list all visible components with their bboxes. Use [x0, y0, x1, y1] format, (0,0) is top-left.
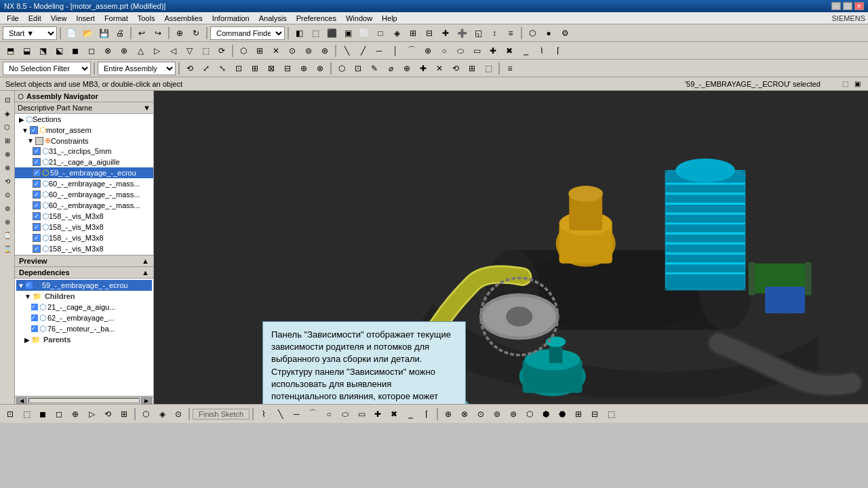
sidebar-icon-6[interactable]: ⊗ [1, 161, 14, 174]
open-btn[interactable]: 📂 [80, 26, 95, 41]
menu-insert[interactable]: Insert [72, 14, 99, 23]
tree-vis-4[interactable]: ✓ ⬡ 158_-_vis_M3x8 [15, 243, 153, 254]
tb2-btn-12[interactable]: ▽ [182, 43, 197, 58]
menu-view[interactable]: View [47, 14, 71, 23]
child1-checkbox[interactable]: ✓ [31, 304, 38, 310]
bot-btn-2[interactable]: ⬚ [19, 407, 34, 422]
menu-preferences[interactable]: Preferences [292, 14, 340, 23]
child3-checkbox[interactable]: ✓ [31, 325, 38, 332]
sidebar-icon-12[interactable]: ⌛ [1, 243, 14, 255]
deps-hscroll-track[interactable] [28, 398, 140, 403]
tb2-btn-34[interactable]: ⌈ [551, 43, 566, 58]
bot-btn-10[interactable]: ◈ [155, 407, 170, 422]
menu-tools[interactable]: Tools [134, 14, 159, 23]
filter-btn-19[interactable]: ⬚ [481, 61, 496, 76]
filter-btn-14[interactable]: ⊕ [399, 61, 414, 76]
tb2-btn-16[interactable]: ⊞ [252, 43, 267, 58]
move-btn[interactable]: ↕ [487, 26, 502, 41]
vis3-checkbox[interactable]: ✓ [33, 234, 41, 242]
sidebar-icon-5[interactable]: ⊕ [1, 148, 14, 160]
tree-part-1[interactable]: ✓ ⬡ 31_-_circlips_5mm [15, 146, 153, 157]
tb2-btn-24[interactable]: │ [388, 43, 403, 58]
bot-btn-11[interactable]: ⊙ [171, 407, 186, 422]
filter-btn-15[interactable]: ✚ [416, 61, 431, 76]
bot-btn-14[interactable]: ─ [289, 407, 304, 422]
filter-btn-10[interactable]: ⬡ [334, 61, 349, 76]
sidebar-icon-11[interactable]: ⌚ [1, 229, 14, 241]
minimize-button[interactable]: − [831, 2, 841, 10]
part1-checkbox[interactable]: ✓ [33, 147, 41, 155]
view-btn-3[interactable]: ⬛ [324, 26, 339, 41]
tb2-btn-8[interactable]: ⊕ [117, 43, 132, 58]
menu-edit[interactable]: Edit [24, 14, 45, 23]
view-btn-5[interactable]: ⬜ [357, 26, 372, 41]
filter-btn-2[interactable]: ⤢ [199, 61, 214, 76]
filter-btn-7[interactable]: ⊟ [280, 61, 295, 76]
sidebar-icon-10[interactable]: ⊛ [1, 216, 14, 228]
view-btn-8[interactable]: ⊞ [406, 26, 420, 41]
view-btn-10[interactable]: ✚ [438, 26, 453, 41]
tb2-btn-3[interactable]: ⬔ [35, 43, 50, 58]
rotate-btn[interactable]: ↻ [189, 26, 203, 41]
bot-btn-30[interactable]: ⬣ [555, 407, 570, 422]
bot-btn-5[interactable]: ⊕ [68, 407, 83, 422]
tb2-btn-28[interactable]: ⬭ [453, 43, 468, 58]
tb2-btn-23[interactable]: ─ [372, 43, 387, 58]
sidebar-icon-2[interactable]: ◈ [1, 107, 14, 119]
selection-filter-dropdown[interactable]: No Selection Filter [3, 62, 91, 75]
deps-child-2[interactable]: ✓ ⬡ 62_-_embrayage_... [16, 312, 152, 323]
bot-btn-8[interactable]: ⊞ [117, 407, 132, 422]
view-btn-12[interactable]: ◱ [471, 26, 486, 41]
tb2-btn-13[interactable]: ⬚ [198, 43, 213, 58]
part3-checkbox[interactable]: ✓ [33, 169, 41, 177]
print-btn[interactable]: 🖨 [113, 26, 127, 41]
tb2-btn-10[interactable]: ▷ [149, 43, 164, 58]
vis1-checkbox[interactable]: ✓ [33, 212, 41, 220]
tb2-btn-11[interactable]: ◁ [165, 43, 180, 58]
tree-constraints[interactable]: ▼ ⊕ Constraints [15, 136, 153, 146]
deps-root-checkbox[interactable]: ✓ [26, 282, 33, 289]
filter-btn-17[interactable]: ⟲ [448, 61, 463, 76]
menu-assemblies[interactable]: Assemblies [160, 14, 206, 23]
motor-checkbox[interactable]: ✓ [30, 126, 38, 134]
bot-btn-7[interactable]: ⟲ [100, 407, 115, 422]
bot-btn-21[interactable]: ⎯ [403, 407, 418, 422]
view-btn-4[interactable]: ▣ [340, 26, 355, 41]
bot-btn-31[interactable]: ⊞ [571, 407, 586, 422]
bot-btn-33[interactable]: ⬚ [604, 407, 618, 422]
filter-btn-4[interactable]: ⊡ [231, 61, 246, 76]
filter-btn-5[interactable]: ⊞ [248, 61, 262, 76]
tb2-btn-2[interactable]: ⬓ [19, 43, 34, 58]
filter-btn-18[interactable]: ⊞ [465, 61, 479, 76]
bot-btn-23[interactable]: ⊕ [441, 407, 456, 422]
tb2-btn-31[interactable]: ✖ [502, 43, 517, 58]
bot-btn-17[interactable]: ⬭ [338, 407, 353, 422]
layers-btn[interactable]: ≡ [503, 26, 518, 41]
part6-checkbox[interactable]: ✓ [33, 201, 41, 209]
status-btn-1[interactable]: ⬚ [840, 79, 850, 89]
bot-btn-19[interactable]: ✚ [370, 407, 385, 422]
new-btn[interactable]: 📄 [64, 26, 79, 41]
view-btn-6[interactable]: □ [373, 26, 388, 41]
filter-btn-13[interactable]: ⌀ [383, 61, 398, 76]
filter-btn-12[interactable]: ✎ [367, 61, 382, 76]
bot-btn-28[interactable]: ⬡ [522, 407, 537, 422]
tb2-btn-1[interactable]: ⬒ [3, 43, 18, 58]
deps-root-item[interactable]: ▼ ✓ ⬡ 59_-_embrayage_-_ecrou [16, 280, 152, 291]
tree-part-5[interactable]: ✓ ⬡ 60_-_embrayage_-_mass... [15, 189, 153, 200]
deps-hscroll-right[interactable]: ▶ [141, 397, 152, 404]
tb2-btn-17[interactable]: ✕ [269, 43, 283, 58]
view-btn-1[interactable]: ◧ [292, 26, 307, 41]
tree-part-6[interactable]: ✓ ⬡ 60_-_embrayage_-_mass... [15, 200, 153, 211]
tb2-btn-9[interactable]: △ [133, 43, 148, 58]
bot-btn-15[interactable]: ⌒ [305, 407, 320, 422]
filter-btn-3[interactable]: ⤡ [215, 61, 230, 76]
tb2-btn-21[interactable]: ╲ [339, 43, 354, 58]
bot-btn-24[interactable]: ⊗ [457, 407, 472, 422]
preview-collapse-btn[interactable]: ▲ [142, 257, 149, 265]
nav-scroll-container[interactable]: ▶ ⬡ Sections ▼ ✓ ⬡ motor_assem [15, 114, 153, 255]
deps-child-1[interactable]: ✓ ⬡ 21_-_cage_a_aigu... [16, 302, 152, 312]
tb2-btn-4[interactable]: ⬕ [52, 43, 66, 58]
deps-hscroll[interactable]: ◀ ▶ [15, 396, 153, 404]
bot-btn-18[interactable]: ▭ [354, 407, 369, 422]
